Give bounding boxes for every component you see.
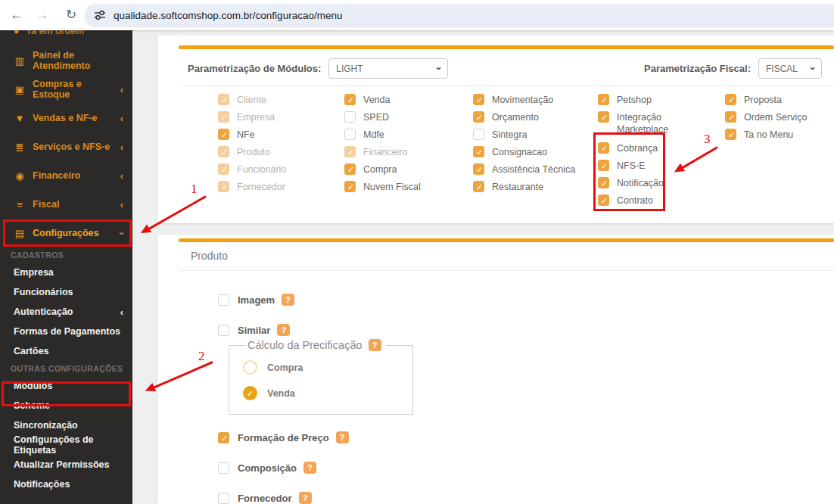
- sidebar-menu-item[interactable]: ≣ Serviços e NFS-e: [0, 132, 132, 161]
- sidebar-menu-item[interactable]: ▥ Painel de Atendimento: [0, 46, 132, 75]
- checkbox-icon[interactable]: [473, 146, 484, 157]
- checkbox-icon[interactable]: [473, 94, 484, 105]
- pricing-radio-row[interactable]: Venda: [243, 386, 412, 400]
- module-checkbox-row[interactable]: Orçamento: [473, 111, 575, 123]
- checkbox-icon[interactable]: [473, 181, 484, 192]
- checkbox-icon[interactable]: [218, 94, 229, 105]
- module-checkbox-row[interactable]: Ta no Menu: [725, 129, 807, 140]
- checkbox-icon[interactable]: [473, 129, 484, 140]
- module-checkbox-row[interactable]: Compra: [344, 163, 421, 175]
- product-options: Imagem ? Similar ? Cálculo da Precificaç…: [218, 270, 804, 504]
- sidebar-sub-item[interactable]: Notificações: [0, 474, 132, 494]
- checkbox-icon[interactable]: [218, 111, 229, 123]
- module-checkbox-row[interactable]: Ordem Serviço: [725, 111, 807, 123]
- module-checkbox-row[interactable]: Venda: [344, 94, 421, 105]
- checkbox-icon[interactable]: [218, 181, 229, 192]
- sidebar-item-ta-em-ordem[interactable]: ● Ta em ordem: [0, 30, 132, 40]
- checkbox-label: Financeiro: [363, 146, 407, 157]
- checkbox-icon[interactable]: [598, 94, 609, 105]
- checkbox-icon[interactable]: [218, 146, 229, 157]
- forward-icon[interactable]: →: [33, 6, 51, 24]
- help-icon[interactable]: ?: [369, 339, 381, 351]
- sidebar-sub-item[interactable]: Cartões: [0, 341, 132, 361]
- module-checkbox-row[interactable]: Cliente: [218, 94, 286, 105]
- checkbox-icon[interactable]: [473, 111, 484, 123]
- module-checkbox-row[interactable]: Nuvem Fiscal: [344, 181, 421, 192]
- module-checkbox-row[interactable]: Mdfe: [344, 129, 421, 140]
- checkbox-icon[interactable]: [725, 111, 736, 123]
- help-icon[interactable]: ?: [303, 462, 316, 474]
- sidebar-menu-item[interactable]: ◉ Financeiro: [0, 161, 132, 190]
- sidebar-item-label: Formas de Pagamentos: [14, 326, 123, 337]
- radio-icon[interactable]: [243, 360, 257, 375]
- sidebar-sub-item[interactable]: Empresa: [0, 263, 132, 282]
- module-checkbox-row[interactable]: Movimentação: [473, 94, 575, 105]
- checkbox-icon[interactable]: [725, 94, 736, 105]
- back-icon[interactable]: ←: [8, 6, 26, 24]
- checkbox-icon[interactable]: [344, 129, 356, 140]
- product-option-row[interactable]: Similar ?: [218, 324, 804, 336]
- chevron-icon: [120, 170, 123, 182]
- sidebar-sub-item[interactable]: Formas de Pagamentos: [0, 322, 132, 341]
- address-bar[interactable]: qualidade.softcomshop.com.br/configuraca…: [85, 4, 834, 26]
- module-checkbox-row[interactable]: Produto: [218, 146, 286, 157]
- product-option-row[interactable]: Imagem ?: [218, 294, 804, 306]
- module-checkbox-row[interactable]: Sintegra: [473, 129, 575, 140]
- module-checkbox-row[interactable]: Fornecedor: [218, 181, 286, 192]
- checkbox-label: Cliente: [237, 94, 266, 105]
- product-option-row[interactable]: Formação de Preço ?: [218, 431, 804, 443]
- module-checkbox-row[interactable]: Funcionário: [218, 163, 286, 175]
- module-checkbox-row[interactable]: Restaurante: [473, 181, 575, 192]
- chevron-down-icon: ›: [807, 67, 818, 70]
- checkbox-icon[interactable]: [218, 462, 229, 474]
- help-icon[interactable]: ?: [277, 324, 290, 336]
- module-checkbox-row[interactable]: Empresa: [218, 111, 286, 123]
- checkbox-label: Fornecedor: [237, 181, 285, 192]
- chevron-icon: [120, 306, 123, 318]
- checkbox-icon[interactable]: [344, 146, 356, 157]
- checkbox-icon[interactable]: [218, 325, 229, 336]
- sidebar-menu-item[interactable]: ▼ Vendas e NF-e: [0, 104, 132, 132]
- checkbox-icon[interactable]: [218, 493, 229, 504]
- module-checkbox-row[interactable]: Proposta: [725, 94, 807, 105]
- module-checkbox-row[interactable]: Petshop: [598, 94, 686, 105]
- reload-icon[interactable]: ↻: [62, 6, 80, 24]
- checkbox-icon[interactable]: [725, 129, 736, 140]
- product-card: Produto Imagem ? Similar ? Cálculo da Pr…: [157, 235, 834, 504]
- site-settings-icon[interactable]: [94, 9, 106, 21]
- sidebar-sub-item[interactable]: Autenticação: [0, 302, 132, 322]
- checkbox-icon[interactable]: [344, 163, 356, 175]
- product-option-row[interactable]: Composição ?: [218, 462, 804, 474]
- help-icon[interactable]: ?: [299, 492, 312, 504]
- sidebar-sub-item[interactable]: Configurações de Etiquetas: [0, 435, 132, 455]
- sidebar-menu-item[interactable]: ≡ Fiscal: [0, 190, 132, 219]
- module-checkbox-row[interactable]: Consignacao: [473, 146, 575, 157]
- checkbox-icon[interactable]: [218, 129, 229, 140]
- sidebar-menu-item[interactable]: ▣ Compras e Estoque: [0, 75, 132, 104]
- checkbox-icon[interactable]: [218, 432, 229, 443]
- sidebar-sub-item[interactable]: Sincronização: [0, 415, 132, 435]
- product-option-row[interactable]: Fornecedor ?: [218, 492, 804, 504]
- checkbox-icon[interactable]: [598, 111, 609, 123]
- module-checkbox-row[interactable]: SPED: [344, 111, 421, 123]
- sidebar-item-label: Painel de Atendimento: [33, 50, 123, 71]
- sidebar-sub-item[interactable]: Funcionários: [0, 282, 132, 302]
- help-icon[interactable]: ?: [282, 294, 294, 306]
- module-checkbox-row[interactable]: Assistência Técnica: [473, 163, 575, 175]
- checkbox-icon[interactable]: [344, 111, 356, 123]
- checkbox-icon[interactable]: [344, 181, 356, 192]
- checkbox-icon[interactable]: [218, 294, 229, 306]
- module-checkbox-row[interactable]: NFe: [218, 129, 286, 140]
- radio-icon[interactable]: [243, 386, 257, 400]
- checkbox-icon[interactable]: [473, 163, 484, 175]
- url-text[interactable]: qualidade.softcomshop.com.br/configuraca…: [114, 10, 342, 21]
- checkbox-icon[interactable]: [344, 94, 356, 105]
- module-checkbox-row[interactable]: Financeiro: [344, 146, 421, 157]
- checkbox-icon[interactable]: [218, 163, 229, 175]
- sidebar-sub-item[interactable]: Atualizar Permissões: [0, 455, 132, 474]
- sidebar-item-label: Configurações de Etiquetas: [14, 434, 123, 456]
- fiscal-select[interactable]: FISCAL ›: [758, 58, 822, 79]
- pricing-radio-row[interactable]: Compra: [243, 360, 412, 375]
- modules-select[interactable]: LIGHT ›: [328, 58, 448, 79]
- help-icon[interactable]: ?: [336, 431, 349, 443]
